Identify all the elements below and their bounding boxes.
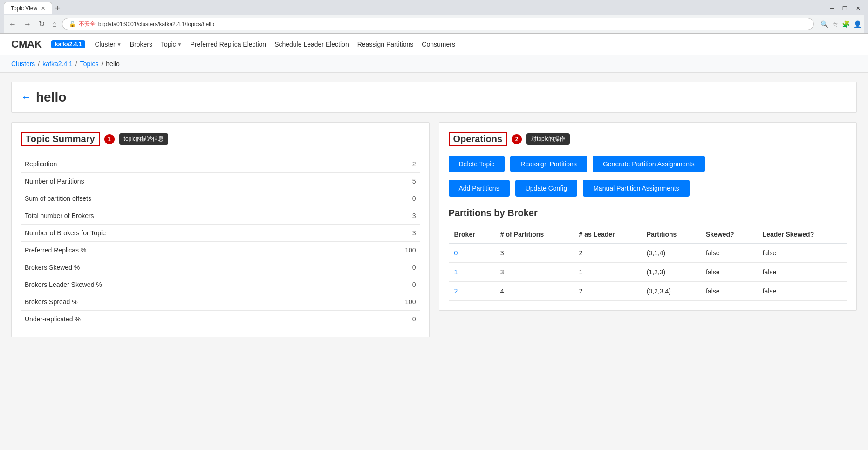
summary-row: Total number of Brokers 3 xyxy=(21,207,420,225)
cluster-dropdown-icon: ▼ xyxy=(117,42,122,47)
summary-label: Number of Partitions xyxy=(21,173,351,190)
leader-skewed-cell: false xyxy=(757,282,847,301)
cluster-badge[interactable]: kafka2.4.1 xyxy=(51,40,85,48)
topic-summary-tooltip: topic的描述信息 xyxy=(119,133,168,145)
broker-link[interactable]: 2 xyxy=(449,282,495,301)
col-skewed: Skewed? xyxy=(700,226,757,243)
breadcrumb-sep-3: / xyxy=(101,60,103,68)
operations-title: Operations xyxy=(449,132,507,146)
skewed-cell: false xyxy=(700,243,757,263)
partitions-cell: (0,2,3,4) xyxy=(641,282,700,301)
num-partitions-cell: 4 xyxy=(495,282,574,301)
restore-button[interactable]: ❐ xyxy=(839,4,851,13)
summary-table: Replication 2 Number of Partitions 5 Sum… xyxy=(21,156,420,327)
brand-logo: CMAK xyxy=(11,38,42,50)
operations-badge: 2 xyxy=(512,134,522,144)
generate-partition-assignments-button[interactable]: Generate Partition Assignments xyxy=(593,156,705,172)
summary-value: 0 xyxy=(351,276,420,293)
reassign-partitions-button[interactable]: Reassign Partitions xyxy=(510,156,587,172)
skewed-cell: false xyxy=(700,263,757,282)
close-button[interactable]: ✕ xyxy=(852,4,864,13)
add-partitions-button[interactable]: Add Partitions xyxy=(449,180,510,197)
star-icon: ☆ xyxy=(832,20,838,28)
nav-schedule-leader[interactable]: Schedule Leader Election xyxy=(274,41,349,48)
partition-row: 2 4 2 (0,2,3,4) false false xyxy=(449,282,847,301)
col-broker: Broker xyxy=(449,226,495,243)
nav-links: Cluster ▼ Brokers Topic ▼ Preferred Repl… xyxy=(95,41,455,48)
nav-consumers[interactable]: Consumers xyxy=(422,41,455,48)
breadcrumb-clusters[interactable]: Clusters xyxy=(11,60,35,68)
summary-row: Number of Partitions 5 xyxy=(21,173,420,190)
navbar: CMAK kafka2.4.1 Cluster ▼ Brokers Topic … xyxy=(0,34,868,55)
topic-summary-header: Topic Summary 1 topic的描述信息 xyxy=(21,132,420,146)
summary-label: Brokers Spread % xyxy=(21,293,351,311)
tab-close-button[interactable]: ✕ xyxy=(41,6,45,12)
summary-value: 0 xyxy=(351,259,420,276)
leader-skewed-cell: false xyxy=(757,243,847,263)
num-partitions-cell: 3 xyxy=(495,263,574,282)
operations-card: Operations 2 对topic的操作 Delete Topic Reas… xyxy=(439,122,857,311)
summary-label: Total number of Brokers xyxy=(21,207,351,225)
url-display: bigdata01:9001/clusters/kafka2.4.1/topic… xyxy=(98,21,215,27)
new-tab-button[interactable]: + xyxy=(52,3,63,14)
summary-row: Brokers Spread % 100 xyxy=(21,293,420,311)
home-button[interactable]: ⌂ xyxy=(50,19,59,29)
summary-value: 5 xyxy=(351,173,420,190)
back-arrow-icon[interactable]: ← xyxy=(21,91,31,103)
update-config-button[interactable]: Update Config xyxy=(515,180,578,197)
ops-buttons-row1: Delete Topic Reassign Partitions Generat… xyxy=(449,156,847,172)
summary-label: Sum of partition offsets xyxy=(21,190,351,207)
breadcrumb-topics[interactable]: Topics xyxy=(80,60,99,68)
summary-row: Preferred Replicas % 100 xyxy=(21,242,420,259)
topic-dropdown-icon: ▼ xyxy=(178,42,182,47)
breadcrumb-hello: hello xyxy=(106,60,120,68)
back-button[interactable]: ← xyxy=(7,19,19,29)
manual-partition-assignments-button[interactable]: Manual Partition Assignments xyxy=(583,180,689,197)
forward-button[interactable]: → xyxy=(21,19,34,29)
url-insecure-label: 不安全 xyxy=(79,20,96,28)
summary-row: Under-replicated % 0 xyxy=(21,311,420,328)
extension-icon: 🧩 xyxy=(842,20,850,28)
nav-preferred-replica[interactable]: Preferred Replica Election xyxy=(190,41,266,48)
topic-summary-card: Topic Summary 1 topic的描述信息 Replication 2… xyxy=(11,122,430,337)
operations-tooltip: 对topic的操作 xyxy=(526,133,570,145)
partition-row: 1 3 1 (1,2,3) false false xyxy=(449,263,847,282)
profile-icon: 👤 xyxy=(854,20,861,28)
nav-brokers[interactable]: Brokers xyxy=(130,41,152,48)
minimize-button[interactable]: ─ xyxy=(826,4,838,13)
summary-row: Brokers Skewed % 0 xyxy=(21,259,420,276)
summary-value: 0 xyxy=(351,311,420,328)
broker-link[interactable]: 0 xyxy=(449,243,495,263)
nav-topic[interactable]: Topic ▼ xyxy=(161,41,182,48)
leader-skewed-cell: false xyxy=(757,263,847,282)
summary-row: Sum of partition offsets 0 xyxy=(21,190,420,207)
breadcrumb-sep-2: / xyxy=(75,60,77,68)
ops-buttons-row2: Add Partitions Update Config Manual Part… xyxy=(449,180,847,197)
summary-row: Replication 2 xyxy=(21,156,420,173)
zoom-icon: 🔍 xyxy=(820,20,828,28)
page-title-section: ← hello xyxy=(11,82,857,113)
nav-reassign[interactable]: Reassign Partitions xyxy=(357,41,414,48)
browser-tab[interactable]: Topic View ✕ xyxy=(4,2,52,14)
tab-title: Topic View xyxy=(11,5,37,12)
broker-link[interactable]: 1 xyxy=(449,263,495,282)
partition-row: 0 3 2 (0,1,4) false false xyxy=(449,243,847,263)
summary-label: Brokers Skewed % xyxy=(21,259,351,276)
refresh-button[interactable]: ↻ xyxy=(36,19,47,29)
as-leader-cell: 2 xyxy=(573,243,641,263)
delete-topic-button[interactable]: Delete Topic xyxy=(449,156,505,172)
as-leader-cell: 2 xyxy=(573,282,641,301)
topic-summary-title: Topic Summary xyxy=(21,132,100,146)
breadcrumb-kafka[interactable]: kafka2.4.1 xyxy=(42,60,73,68)
as-leader-cell: 1 xyxy=(573,263,641,282)
breadcrumb: Clusters / kafka2.4.1 / Topics / hello xyxy=(0,55,868,73)
summary-value: 100 xyxy=(351,242,420,259)
breadcrumb-sep-1: / xyxy=(38,60,40,68)
summary-label: Number of Brokers for Topic xyxy=(21,225,351,242)
page-title: hello xyxy=(36,90,66,105)
partitions-cell: (1,2,3) xyxy=(641,263,700,282)
summary-value: 0 xyxy=(351,190,420,207)
nav-cluster[interactable]: Cluster ▼ xyxy=(95,41,121,48)
summary-value: 3 xyxy=(351,225,420,242)
partitions-table: Broker # of Partitions # as Leader Parti… xyxy=(449,226,847,301)
